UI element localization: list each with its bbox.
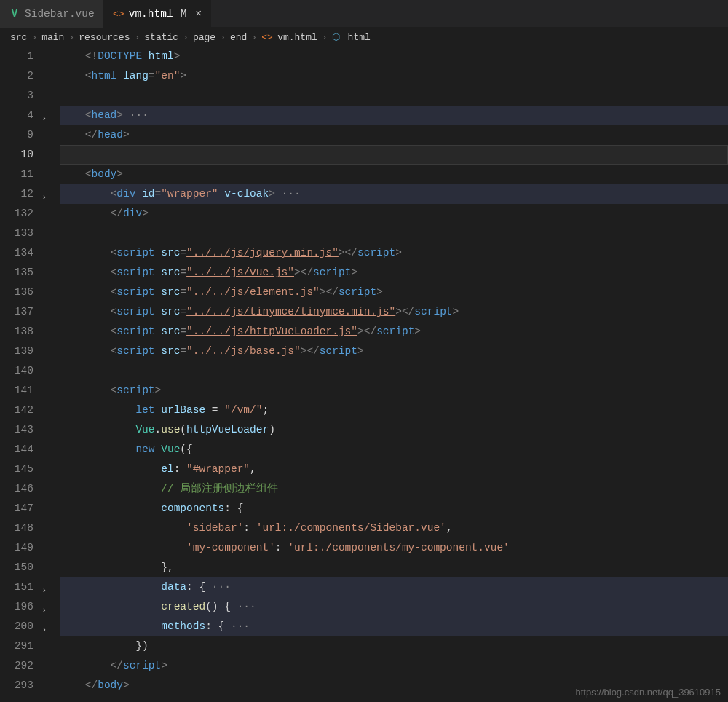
code-line[interactable]: <!DOCTYPE html>: [60, 47, 728, 66]
code-line[interactable]: new Vue({: [60, 440, 728, 460]
line-number: 150: [0, 558, 33, 577]
watermark: https://blog.csdn.net/qq_39610915: [576, 687, 721, 698]
code-line[interactable]: <script src="../../js/jquery.min.js"></s…: [60, 243, 728, 263]
fold-icon[interactable]: ›: [41, 601, 47, 620]
code-line[interactable]: [60, 86, 728, 106]
tab-vm-html[interactable]: <> vm.html M ×: [104, 0, 212, 28]
line-gutter: 1234›9101112›132133134135136137138139140…: [0, 47, 44, 699]
symbol-icon: ⬡: [332, 31, 342, 43]
code-line[interactable]: <script src="../../js/tinymce/tinymce.mi…: [60, 302, 728, 322]
code-line[interactable]: 'my-component': 'url:./components/my-com…: [60, 538, 728, 558]
crumb[interactable]: src: [10, 32, 27, 43]
code-line[interactable]: [60, 224, 728, 243]
line-number: 291: [0, 636, 33, 656]
code-editor[interactable]: 1234›9101112›132133134135136137138139140…: [0, 47, 728, 699]
code-line[interactable]: data: { ···: [60, 577, 728, 597]
code-line[interactable]: <head> ···: [60, 106, 728, 125]
line-number: 145: [0, 460, 33, 479]
line-number: 148: [0, 518, 33, 538]
line-number: 142: [0, 401, 33, 420]
line-number: 3: [0, 86, 33, 106]
line-number: 10: [0, 145, 33, 165]
fold-icon[interactable]: ›: [41, 109, 47, 129]
code-line[interactable]: </script>: [60, 656, 728, 676]
line-number: 134: [0, 243, 33, 263]
line-number: 140: [0, 361, 33, 381]
crumb-symbol[interactable]: html: [348, 32, 371, 43]
tab-sidebar-vue[interactable]: V Sidebar.vue: [0, 0, 104, 28]
line-number: 11: [0, 165, 33, 184]
code-line[interactable]: <script src="../../js/vue.js"></script>: [60, 263, 728, 283]
code-line[interactable]: <script>: [60, 381, 728, 401]
line-number: 146: [0, 479, 33, 499]
fold-icon[interactable]: ›: [41, 581, 47, 601]
code-line[interactable]: methods: { ···: [60, 617, 728, 636]
line-number: 135: [0, 263, 33, 283]
fold-icon[interactable]: ›: [41, 188, 47, 208]
code-line[interactable]: <script src="../../js/base.js"></script>: [60, 342, 728, 361]
code-area[interactable]: <!DOCTYPE html> <html lang="en"> <head> …: [44, 47, 728, 699]
line-number: 133: [0, 224, 33, 243]
line-number: 200›: [0, 617, 33, 636]
line-number: 137: [0, 302, 33, 322]
line-number: 132: [0, 204, 33, 224]
code-line[interactable]: // 局部注册侧边栏组件: [60, 479, 728, 499]
line-number: 138: [0, 322, 33, 342]
line-number: 141: [0, 381, 33, 401]
crumb[interactable]: resources: [79, 32, 130, 43]
line-number: 196›: [0, 597, 33, 617]
line-number: 151›: [0, 577, 33, 597]
line-number: 147: [0, 499, 33, 518]
crumb[interactable]: main: [41, 32, 64, 43]
code-line[interactable]: <div id="wrapper" v-cloak> ···: [60, 184, 728, 204]
breadcrumb[interactable]: src› main› resources› static› page› end›…: [0, 28, 728, 47]
crumb[interactable]: page: [193, 32, 215, 43]
close-icon[interactable]: ×: [195, 8, 202, 20]
html-file-icon: <>: [261, 32, 272, 43]
line-number: 292: [0, 656, 33, 676]
fold-icon[interactable]: ›: [41, 620, 47, 640]
line-number: 293: [0, 676, 33, 695]
code-line[interactable]: [60, 361, 728, 381]
line-number: 12›: [0, 184, 33, 204]
code-line[interactable]: <script src="../../js/element.js"></scri…: [60, 283, 728, 302]
vue-icon: V: [9, 8, 20, 20]
code-line[interactable]: <html lang="en">: [60, 66, 728, 86]
code-line[interactable]: [60, 145, 728, 165]
code-line[interactable]: 'sidebar': 'url:./components/Sidebar.vue…: [60, 518, 728, 538]
line-number: 4›: [0, 106, 33, 125]
tab-label: vm.html: [129, 8, 173, 20]
tab-label: Sidebar.vue: [25, 8, 95, 20]
code-line[interactable]: el: "#wrapper",: [60, 460, 728, 479]
html-icon: <>: [113, 8, 124, 20]
modified-indicator: M: [181, 8, 187, 20]
crumb[interactable]: end: [230, 32, 247, 43]
text-cursor: [60, 148, 60, 162]
line-number: 144: [0, 440, 33, 460]
code-line[interactable]: created() { ···: [60, 597, 728, 617]
code-line[interactable]: let urlBase = "/vm/";: [60, 401, 728, 420]
crumb-file[interactable]: vm.html: [277, 32, 317, 43]
line-number: 149: [0, 538, 33, 558]
line-number: 9: [0, 125, 33, 145]
code-line[interactable]: <body>: [60, 165, 728, 184]
line-number: 1: [0, 47, 33, 66]
code-line[interactable]: }): [60, 636, 728, 656]
code-line[interactable]: Vue.use(httpVueLoader): [60, 420, 728, 440]
crumb[interactable]: static: [144, 32, 178, 43]
tab-bar: V Sidebar.vue <> vm.html M ×: [0, 0, 728, 28]
code-line[interactable]: </head>: [60, 125, 728, 145]
line-number: 136: [0, 283, 33, 302]
line-number: 139: [0, 342, 33, 361]
line-number: 143: [0, 420, 33, 440]
code-line[interactable]: components: {: [60, 499, 728, 518]
code-line[interactable]: },: [60, 558, 728, 577]
code-line[interactable]: <script src="../../js/httpVueLoader.js">…: [60, 322, 728, 342]
code-line[interactable]: </div>: [60, 204, 728, 224]
line-number: 2: [0, 66, 33, 86]
